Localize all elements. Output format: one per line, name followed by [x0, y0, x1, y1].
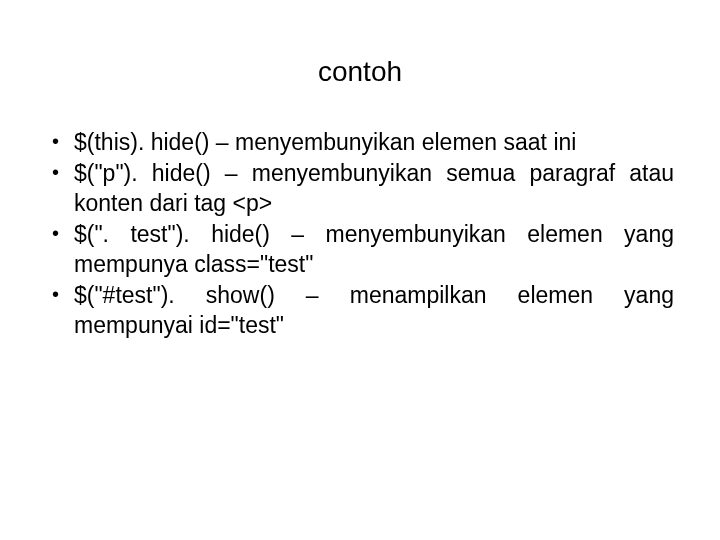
slide-title: contoh: [0, 0, 720, 128]
list-item: $("p"). hide() – menyembunyikan semua pa…: [46, 159, 674, 218]
bullet-list: $(this). hide() – menyembunyikan elemen …: [46, 128, 674, 340]
slide-content: $(this). hide() – menyembunyikan elemen …: [0, 128, 720, 340]
slide: contoh $(this). hide() – menyembunyikan …: [0, 0, 720, 540]
list-item: $("#test"). show() – menampilkan elemen …: [46, 281, 674, 340]
list-item: $(this). hide() – menyembunyikan elemen …: [46, 128, 674, 157]
list-item: $(". test"). hide() – menyembunyikan ele…: [46, 220, 674, 279]
